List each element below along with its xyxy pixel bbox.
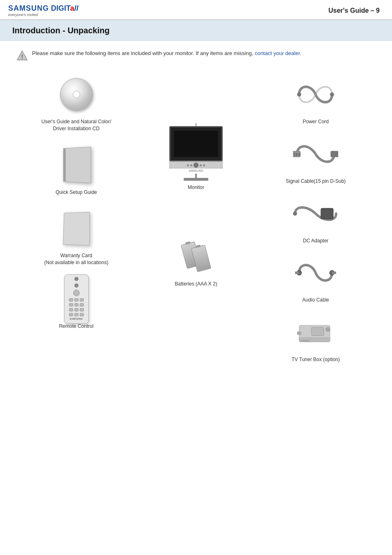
dc-adapter-image bbox=[293, 199, 338, 228]
svg-rect-13 bbox=[295, 272, 299, 274]
svg-rect-18 bbox=[301, 340, 309, 342]
logo-samsung-text: SAMSUNG bbox=[8, 4, 49, 13]
item-quick-setup: Quick Setup Guide bbox=[52, 145, 101, 196]
svg-point-3 bbox=[330, 92, 334, 97]
svg-rect-15 bbox=[332, 272, 336, 274]
svg-rect-5 bbox=[331, 151, 338, 157]
remote-label: Remote Control bbox=[59, 323, 94, 330]
notice-text: Please make sure the following items are… bbox=[32, 49, 301, 58]
quick-setup-label: Quick Setup Guide bbox=[55, 189, 97, 196]
dc-adapter-label: DC Adapter bbox=[303, 237, 328, 244]
tv-tuner-label: TV Tuner Box (option) bbox=[292, 356, 340, 363]
notice-block: ! Please make sure the following items a… bbox=[16, 49, 376, 62]
item-signal-cable: Signal Cable(15 pin D-Sub) bbox=[286, 134, 346, 185]
tv-tuner-image bbox=[297, 319, 334, 346]
warranty-image bbox=[63, 212, 90, 246]
monitor-label: Monitor bbox=[188, 184, 204, 191]
item-warranty: Warranty Card(Not available in all locat… bbox=[44, 208, 108, 266]
power-cord-label: Power Cord bbox=[303, 118, 329, 125]
page-reference: User's Guide – 9 bbox=[328, 7, 380, 14]
samsung-logo: SAMSUNG DIGITall everyone's Invited bbox=[8, 4, 78, 17]
batteries-label: Batteries (AAA X 2) bbox=[175, 281, 217, 288]
item-cd: User's Guide and Natural Color/Driver In… bbox=[42, 74, 111, 132]
section-title-bar: Introduction - Unpacking bbox=[0, 20, 392, 41]
svg-rect-19 bbox=[311, 327, 324, 336]
warranty-label: Warranty Card(Not available in all locat… bbox=[44, 252, 108, 266]
booklet-image bbox=[63, 147, 91, 183]
page-content: ! Please make sure the following items a… bbox=[0, 41, 392, 380]
item-monitor: SAMSUNG Monitor bbox=[165, 123, 227, 191]
audio-cable-image bbox=[295, 258, 336, 287]
audio-cable-label: Audio Cable bbox=[302, 297, 329, 304]
item-tv-tuner: TV Tuner Box (option) bbox=[291, 312, 340, 363]
monitor-image bbox=[169, 126, 223, 161]
svg-rect-21 bbox=[297, 332, 301, 335]
page-header: SAMSUNG DIGITall everyone's Invited User… bbox=[0, 0, 392, 20]
svg-rect-10 bbox=[321, 208, 333, 219]
batteries-image bbox=[184, 243, 208, 271]
logo-digit-text: DIGITall bbox=[49, 4, 78, 13]
svg-text:!: ! bbox=[21, 53, 23, 60]
item-batteries: Batteries (AAA X 2) bbox=[171, 236, 221, 288]
cd-label: User's Guide and Natural Color/Driver In… bbox=[42, 118, 111, 132]
svg-point-20 bbox=[326, 327, 330, 332]
logo-tagline: everyone's Invited bbox=[8, 13, 38, 17]
item-audio-cable: Audio Cable bbox=[291, 252, 340, 304]
cd-image bbox=[60, 78, 93, 111]
item-remote: SAMSUNG Remote Control bbox=[52, 279, 101, 330]
power-cord-image bbox=[295, 80, 336, 109]
notice-icon: ! bbox=[16, 50, 28, 62]
item-power-cord: Power Cord bbox=[291, 74, 340, 125]
remote-image: SAMSUNG bbox=[64, 274, 89, 324]
page-title: Introduction - Unpacking bbox=[12, 26, 380, 35]
signal-cable-image bbox=[293, 140, 338, 168]
signal-cable-label: Signal Cable(15 pin D-Sub) bbox=[286, 178, 346, 185]
svg-point-11 bbox=[293, 212, 297, 216]
item-dc-adapter: DC Adapter bbox=[291, 193, 340, 244]
dealer-link[interactable]: contact your dealer bbox=[255, 50, 300, 56]
svg-point-2 bbox=[297, 92, 301, 97]
